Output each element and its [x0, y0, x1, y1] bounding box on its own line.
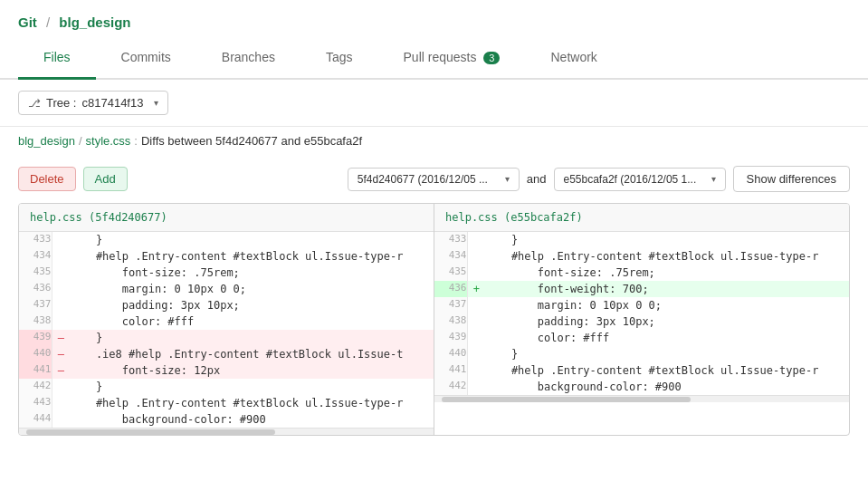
left-pane-header: help.css (5f4d240677): [19, 204, 434, 232]
line-code: margin: 0 10px 0 0;: [485, 297, 849, 313]
line-code: padding: 3px 10px;: [485, 313, 849, 330]
line-number: 435: [19, 265, 52, 281]
line-number: 440: [434, 346, 467, 362]
line-marker: [467, 232, 485, 248]
right-scrollbar[interactable]: [434, 395, 849, 402]
table-row: 434 #help .Entry-content #textBlock ul.I…: [19, 248, 434, 265]
line-code: margin: 0 10px 0 0;: [70, 281, 434, 297]
diff-controls: 5f4d240677 (2016/12/05 ... ▾ and e55bcaf…: [348, 166, 850, 192]
path-sep1: /: [79, 134, 82, 148]
table-row: 440 }: [434, 346, 849, 362]
add-button[interactable]: Add: [83, 167, 128, 191]
line-code: #help .Entry-content #textBlock ul.Issue…: [485, 362, 849, 379]
line-marker: [467, 313, 485, 330]
tab-commits[interactable]: Commits: [96, 37, 196, 80]
commit2-chevron-icon: ▾: [711, 174, 716, 184]
toolbar: ⎇ Tree : c817414f13 ▾: [0, 80, 868, 127]
table-row: 439 color: #fff: [434, 330, 849, 346]
commit1-selector[interactable]: 5f4d240677 (2016/12/05 ... ▾: [348, 168, 520, 191]
tree-icon: ⎇: [28, 97, 41, 110]
tab-branches[interactable]: Branches: [196, 37, 300, 80]
line-number: 435: [434, 265, 467, 281]
line-number: 436: [434, 281, 467, 297]
line-code: }: [70, 330, 434, 346]
breadcrumb-sep: /: [46, 14, 50, 30]
line-marker: [467, 346, 485, 362]
line-code: font-weight: 700;: [485, 281, 849, 297]
right-pane-header: help.css (e55bcafa2f): [434, 204, 849, 232]
line-code: color: #fff: [70, 313, 434, 330]
path-file[interactable]: style.css: [86, 134, 131, 148]
line-code: }: [485, 232, 849, 248]
tree-value: c817414f13: [81, 96, 143, 110]
path-sep2: :: [134, 134, 138, 148]
right-diff-pane: help.css (e55bcafa2f) 433 }434 #help .En…: [434, 204, 849, 435]
table-row: 443 #help .Entry-content #textBlock ul.I…: [19, 395, 434, 411]
table-row: 433 }: [434, 232, 849, 248]
right-diff-table: 433 }434 #help .Entry-content #textBlock…: [434, 232, 849, 395]
table-row: 441 #help .Entry-content #textBlock ul.I…: [434, 362, 849, 379]
line-marker: [467, 297, 485, 313]
table-row: 436+ font-weight: 700;: [434, 281, 849, 297]
line-code: font-size: .75rem;: [70, 265, 434, 281]
table-row: 438 padding: 3px 10px;: [434, 313, 849, 330]
table-row: 442 background-color: #900: [434, 379, 849, 395]
breadcrumb: Git / blg_design: [0, 0, 868, 37]
table-row: 439— }: [19, 330, 434, 346]
repo-link[interactable]: Git: [18, 14, 37, 30]
tree-selector[interactable]: ⎇ Tree : c817414f13 ▾: [18, 91, 168, 115]
line-code: background-color: #900: [485, 379, 849, 395]
line-marker: [467, 248, 485, 265]
line-code: font-size: 12px: [70, 362, 434, 379]
right-scrollbar-thumb: [442, 397, 691, 402]
line-marker: [52, 411, 70, 428]
table-row: 435 font-size: .75rem;: [19, 265, 434, 281]
table-row: 444 background-color: #900: [19, 411, 434, 428]
commit1-label: 5f4d240677 (2016/12/05 ...: [358, 173, 488, 186]
tab-bar: Files Commits Branches Tags Pull request…: [0, 37, 868, 80]
line-marker: —: [52, 346, 70, 362]
tab-files[interactable]: Files: [18, 37, 96, 80]
table-row: 440— .ie8 #help .Entry-content #textBloc…: [19, 346, 434, 362]
diff-container: help.css (5f4d240677) 433 }434 #help .En…: [18, 203, 850, 436]
tab-network[interactable]: Network: [525, 37, 622, 80]
line-number: 444: [19, 411, 52, 428]
line-number: 443: [19, 395, 52, 411]
commit1-chevron-icon: ▾: [505, 174, 510, 184]
line-marker: [52, 379, 70, 395]
line-number: 442: [19, 379, 52, 395]
line-number: 441: [434, 362, 467, 379]
line-marker: [52, 395, 70, 411]
action-bar: Delete Add 5f4d240677 (2016/12/05 ... ▾ …: [0, 159, 868, 203]
commit2-selector[interactable]: e55bcafa2f (2016/12/05 1... ▾: [554, 168, 726, 191]
path-bar: blg_design / style.css : Diffs between 5…: [0, 127, 868, 159]
line-code: }: [485, 346, 849, 362]
line-number: 436: [19, 281, 52, 297]
table-row: 438 color: #fff: [19, 313, 434, 330]
line-number: 433: [19, 232, 52, 248]
line-marker: [52, 265, 70, 281]
line-number: 442: [434, 379, 467, 395]
line-number: 434: [434, 248, 467, 265]
table-row: 433 }: [19, 232, 434, 248]
line-code: padding: 3px 10px;: [70, 297, 434, 313]
commit2-label: e55bcafa2f (2016/12/05 1...: [564, 173, 697, 186]
line-code: #help .Entry-content #textBlock ul.Issue…: [70, 395, 434, 411]
pull-requests-badge: 3: [483, 52, 500, 64]
show-differences-button[interactable]: Show differences: [733, 166, 851, 192]
path-repo[interactable]: blg_design: [18, 134, 75, 148]
left-scrollbar[interactable]: [19, 428, 434, 435]
tab-pull-requests[interactable]: Pull requests 3: [378, 37, 526, 80]
table-row: 437 margin: 0 10px 0 0;: [434, 297, 849, 313]
table-row: 435 font-size: .75rem;: [434, 265, 849, 281]
tree-label: Tree :: [46, 96, 76, 110]
line-number: 440: [19, 346, 52, 362]
repo-name[interactable]: blg_design: [59, 14, 130, 30]
line-number: 438: [19, 313, 52, 330]
delete-button[interactable]: Delete: [18, 167, 76, 191]
line-code: #help .Entry-content #textBlock ul.Issue…: [70, 248, 434, 265]
table-row: 434 #help .Entry-content #textBlock ul.I…: [434, 248, 849, 265]
left-scrollbar-thumb: [26, 429, 275, 435]
tab-tags[interactable]: Tags: [300, 37, 378, 80]
line-number: 441: [19, 362, 52, 379]
